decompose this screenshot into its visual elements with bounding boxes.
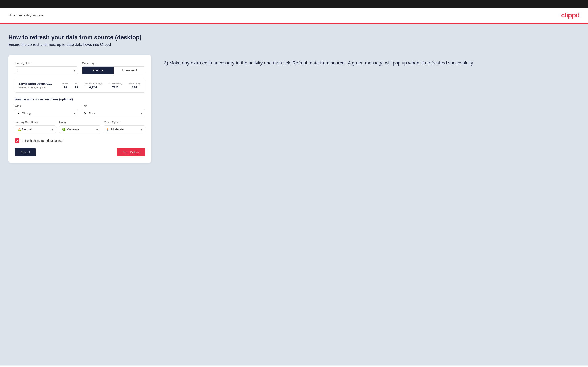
rain-label: Rain xyxy=(82,104,145,108)
holes-stat: Holes 18 xyxy=(62,82,68,89)
fairway-select[interactable]: Normal xyxy=(15,125,56,133)
side-description-text: 3) Make any extra edits necessary to the… xyxy=(164,59,579,66)
refresh-checkbox[interactable] xyxy=(15,138,19,143)
rough-select-wrapper: 🌿 Moderate ▾ xyxy=(59,125,101,133)
game-type-buttons: Practice Tournament xyxy=(82,66,145,74)
par-label: Par xyxy=(75,82,78,85)
course-location: Westward Ho!, England xyxy=(19,86,56,89)
green-speed-select-wrapper: 🏌 Moderate ▾ xyxy=(104,125,145,133)
conditions-title: Weather and course conditions (optional) xyxy=(15,98,145,101)
footer: Copyright Clippd 2022 xyxy=(0,365,588,367)
course-rating-label: Course rating xyxy=(108,82,122,85)
course-info-box: Royal North Devon GC, Westward Ho!, Engl… xyxy=(15,79,145,92)
par-stat: Par 72 xyxy=(75,82,78,89)
starting-hole-select[interactable]: 1 xyxy=(15,66,78,74)
refresh-label: Refresh shots from data source xyxy=(21,139,62,142)
rough-select[interactable]: Moderate xyxy=(59,125,101,133)
fairway-label: Fairway Conditions xyxy=(15,121,56,124)
slope-rating-value: 134 xyxy=(128,85,141,89)
course-rating-stat: Course rating 72.5 xyxy=(108,82,122,89)
checkmark-icon xyxy=(16,139,18,142)
page-subheading: Ensure the correct and most up to date d… xyxy=(9,42,579,47)
slope-rating-stat: Slope rating 134 xyxy=(128,82,141,89)
header-title: How to refresh your data xyxy=(9,13,43,17)
form-top-row: Starting Hole 1 ▾ Game Type Practice Tou… xyxy=(15,61,145,74)
holes-label: Holes xyxy=(62,82,68,85)
wind-select[interactable]: Strong xyxy=(15,109,78,117)
top-bar xyxy=(0,0,588,8)
header: How to refresh your data clippd xyxy=(0,8,588,24)
wind-label: Wind xyxy=(15,104,78,108)
course-name: Royal North Devon GC, xyxy=(19,82,56,85)
side-description: 3) Make any extra edits necessary to the… xyxy=(164,55,579,66)
conditions-grid-top: Wind 🌬 Strong ▾ Rain ☀ None xyxy=(15,104,145,117)
green-speed-label: Green Speed xyxy=(104,121,145,124)
game-type-group: Game Type Practice Tournament xyxy=(82,61,145,74)
holes-value: 18 xyxy=(62,85,68,89)
tournament-button[interactable]: Tournament xyxy=(113,67,145,74)
game-type-label: Game Type xyxy=(82,61,145,65)
course-rating-value: 72.5 xyxy=(108,85,122,89)
page-heading: How to refresh your data from source (de… xyxy=(9,34,579,41)
logo: clippd xyxy=(561,11,579,19)
par-value: 72 xyxy=(75,85,78,89)
form-card: Starting Hole 1 ▾ Game Type Practice Tou… xyxy=(9,55,151,163)
starting-hole-group: Starting Hole 1 ▾ xyxy=(15,61,78,74)
practice-button[interactable]: Practice xyxy=(82,67,113,74)
course-name-col: Royal North Devon GC, Westward Ho!, Engl… xyxy=(19,82,56,89)
rain-select-wrapper: ☀ None ▾ xyxy=(82,109,145,117)
wind-select-wrapper: 🌬 Strong ▾ xyxy=(15,109,78,117)
save-button[interactable]: Save Details xyxy=(117,148,145,156)
rain-select[interactable]: None xyxy=(82,109,145,117)
rough-group: Rough 🌿 Moderate ▾ xyxy=(59,121,101,133)
main-content: How to refresh your data from source (de… xyxy=(0,24,588,365)
yards-value: 6,744 xyxy=(85,85,102,89)
rough-label: Rough xyxy=(59,121,101,124)
conditions-grid-bottom: Fairway Conditions ⛳ Normal ▾ Rough 🌿 xyxy=(15,121,145,133)
starting-hole-select-wrapper: 1 ▾ xyxy=(15,66,78,74)
starting-hole-label: Starting Hole xyxy=(15,61,78,65)
fairway-group: Fairway Conditions ⛳ Normal ▾ xyxy=(15,121,56,133)
green-speed-select[interactable]: Moderate xyxy=(104,125,145,133)
rain-group: Rain ☀ None ▾ xyxy=(82,104,145,117)
yards-stat: Yards/White (M)) 6,744 xyxy=(85,82,102,89)
form-actions: Cancel Save Details xyxy=(15,148,145,156)
fairway-select-wrapper: ⛳ Normal ▾ xyxy=(15,125,56,133)
refresh-checkbox-row[interactable]: Refresh shots from data source xyxy=(15,138,145,143)
wind-group: Wind 🌬 Strong ▾ xyxy=(15,104,78,117)
yards-label: Yards/White (M)) xyxy=(85,82,102,85)
content-layout: Starting Hole 1 ▾ Game Type Practice Tou… xyxy=(9,55,579,163)
slope-rating-label: Slope rating xyxy=(128,82,141,85)
cancel-button[interactable]: Cancel xyxy=(15,148,36,156)
green-speed-group: Green Speed 🏌 Moderate ▾ xyxy=(104,121,145,133)
